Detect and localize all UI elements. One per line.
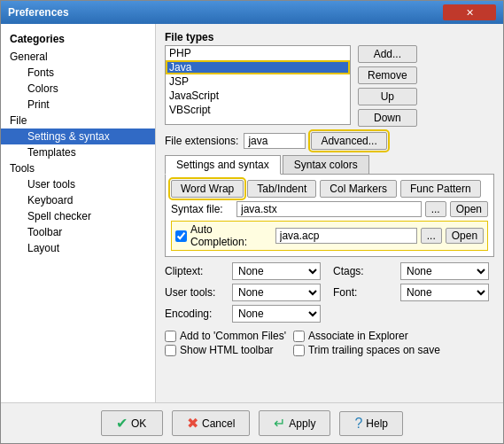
file-types-label: File types — [165, 31, 494, 43]
preferences-window: Preferences ✕ Categories General Fonts C… — [0, 0, 504, 444]
remove-button[interactable]: Remove — [358, 66, 417, 84]
show-html-toolbar-label: Show HTML toolbar — [180, 344, 274, 356]
sidebar-item-fonts[interactable]: Fonts — [1, 65, 155, 81]
checkboxes-right: Associate in Explorer Trim trailing spac… — [293, 330, 440, 358]
syntax-file-input[interactable] — [236, 201, 422, 217]
syntax-file-row: Syntax file: ... Open — [171, 201, 488, 217]
tabs-container: Settings and syntax Syntax colors Word W… — [165, 155, 494, 257]
down-button[interactable]: Down — [358, 109, 417, 127]
trim-trailing-row: Trim trailing spaces on save — [293, 344, 440, 356]
sidebar-item-keyboard[interactable]: Keyboard — [1, 192, 155, 208]
auto-completion-label: Auto Completion: — [190, 223, 272, 248]
main-content: Categories General Fonts Colors Print Fi… — [1, 24, 503, 402]
help-icon: ? — [354, 416, 362, 432]
syntax-file-ellipsis-button[interactable]: ... — [425, 201, 446, 217]
advanced-button[interactable]: Advanced... — [311, 132, 386, 150]
sidebar-item-settings-syntax[interactable]: Settings & syntax — [1, 129, 155, 144]
sidebar-item-print[interactable]: Print — [1, 97, 155, 113]
ok-icon: ✔ — [116, 415, 128, 432]
auto-completion-row: Auto Completion: ... Open — [171, 221, 488, 251]
file-types-section: File types PHP Java JSP JavaScript VBScr… — [165, 31, 494, 127]
add-common-files-checkbox[interactable] — [165, 331, 176, 342]
col-markers-button[interactable]: Col Markers — [320, 180, 397, 198]
checkboxes-left: Add to 'Common Files' Show HTML toolbar — [165, 330, 286, 358]
tab-content: Word Wrap Tab/Indent Col Markers Func Pa… — [165, 175, 494, 257]
listbox-item-jsp[interactable]: JSP — [166, 74, 350, 89]
tabs-row: Settings and syntax Syntax colors — [165, 155, 494, 175]
sidebar-item-toolbar[interactable]: Toolbar — [1, 224, 155, 240]
trim-trailing-checkbox[interactable] — [293, 345, 305, 356]
encoding-select[interactable]: None — [232, 305, 321, 323]
file-extensions-row: File extensions: Advanced... — [165, 132, 494, 150]
encoding-label: Encoding: — [165, 308, 227, 320]
cancel-button[interactable]: ✖ Cancel — [172, 410, 250, 436]
window-title: Preferences — [8, 6, 69, 19]
ok-button[interactable]: ✔ OK — [101, 410, 163, 436]
auto-completion-checkbox[interactable] — [175, 230, 187, 242]
word-wrap-button[interactable]: Word Wrap — [171, 180, 244, 198]
sidebar-item-tools[interactable]: Tools — [1, 160, 155, 176]
file-types-listbox[interactable]: PHP Java JSP JavaScript VBScript — [165, 45, 351, 125]
user-tools-select[interactable]: None — [232, 284, 321, 301]
ctags-row: Ctags: None — [333, 262, 494, 280]
font-row: Font: None — [333, 284, 494, 301]
show-html-toolbar-row: Show HTML toolbar — [165, 344, 286, 356]
bottom-buttons: ✔ OK ✖ Cancel ↵ Apply ? Help — [1, 402, 503, 443]
sidebar-header: Categories — [1, 31, 155, 49]
trim-trailing-label: Trim trailing spaces on save — [308, 344, 440, 356]
tab-settings-syntax[interactable]: Settings and syntax — [165, 155, 281, 175]
associate-explorer-label: Associate in Explorer — [308, 330, 408, 342]
file-extensions-input[interactable] — [244, 133, 306, 149]
listbox-item-php[interactable]: PHP — [166, 46, 350, 60]
show-html-toolbar-checkbox[interactable] — [165, 345, 176, 356]
associate-explorer-row: Associate in Explorer — [293, 330, 440, 342]
right-fields: Ctags: None Font: None — [333, 262, 494, 323]
sidebar: Categories General Fonts Colors Print Fi… — [1, 24, 156, 402]
ctags-select[interactable]: None — [400, 262, 489, 280]
file-types-buttons: Add... Remove Up Down — [358, 45, 417, 127]
apply-icon: ↵ — [274, 415, 285, 432]
sidebar-item-file[interactable]: File — [1, 113, 155, 129]
add-common-files-label: Add to 'Common Files' — [180, 330, 286, 342]
user-tools-label: User tools: — [165, 286, 227, 299]
options-section: Add to 'Common Files' Show HTML toolbar … — [165, 330, 494, 358]
right-panel: File types PHP Java JSP JavaScript VBScr… — [156, 24, 503, 402]
listbox-item-java[interactable]: Java — [166, 60, 350, 74]
cliptext-row: Cliptext: None — [165, 262, 326, 280]
listbox-item-javascript[interactable]: JavaScript — [166, 89, 350, 103]
sidebar-item-user-tools[interactable]: User tools — [1, 176, 155, 192]
cliptext-select[interactable]: None — [232, 262, 321, 280]
file-extensions-label: File extensions: — [165, 135, 238, 147]
sidebar-item-spell-checker[interactable]: Spell checker — [1, 208, 155, 224]
font-label: Font: — [333, 286, 395, 299]
tab-syntax-colors[interactable]: Syntax colors — [283, 155, 369, 174]
auto-completion-open-button[interactable]: Open — [446, 228, 484, 244]
settings-buttons-row: Word Wrap Tab/Indent Col Markers Func Pa… — [171, 180, 488, 198]
font-select[interactable]: None — [400, 284, 489, 301]
title-bar: Preferences ✕ — [1, 1, 503, 24]
up-button[interactable]: Up — [358, 88, 417, 105]
syntax-file-open-button[interactable]: Open — [450, 201, 488, 217]
help-button[interactable]: ? Help — [339, 411, 403, 436]
sidebar-item-layout[interactable]: Layout — [1, 240, 155, 256]
ctags-label: Ctags: — [333, 265, 395, 277]
listbox-item-vbscript[interactable]: VBScript — [166, 103, 350, 117]
associate-explorer-checkbox[interactable] — [293, 331, 305, 342]
tab-indent-button[interactable]: Tab/Indent — [247, 180, 316, 198]
cliptext-label: Cliptext: — [165, 265, 227, 277]
auto-completion-input[interactable] — [275, 228, 417, 244]
syntax-file-label: Syntax file: — [171, 203, 233, 215]
auto-completion-ellipsis-button[interactable]: ... — [421, 228, 442, 244]
apply-button[interactable]: ↵ Apply — [259, 410, 330, 436]
cancel-icon: ✖ — [187, 415, 198, 432]
file-types-row: PHP Java JSP JavaScript VBScript Add... … — [165, 45, 494, 127]
sidebar-item-general[interactable]: General — [1, 49, 155, 65]
encoding-row: Encoding: None — [165, 305, 326, 323]
checkboxes-cols: Add to 'Common Files' Show HTML toolbar … — [165, 330, 494, 358]
sidebar-item-colors[interactable]: Colors — [1, 81, 155, 97]
add-button[interactable]: Add... — [358, 45, 417, 63]
sidebar-item-templates[interactable]: Templates — [1, 144, 155, 160]
add-common-files-row: Add to 'Common Files' — [165, 330, 286, 342]
func-pattern-button[interactable]: Func Pattern — [400, 180, 481, 198]
close-button[interactable]: ✕ — [443, 4, 496, 20]
